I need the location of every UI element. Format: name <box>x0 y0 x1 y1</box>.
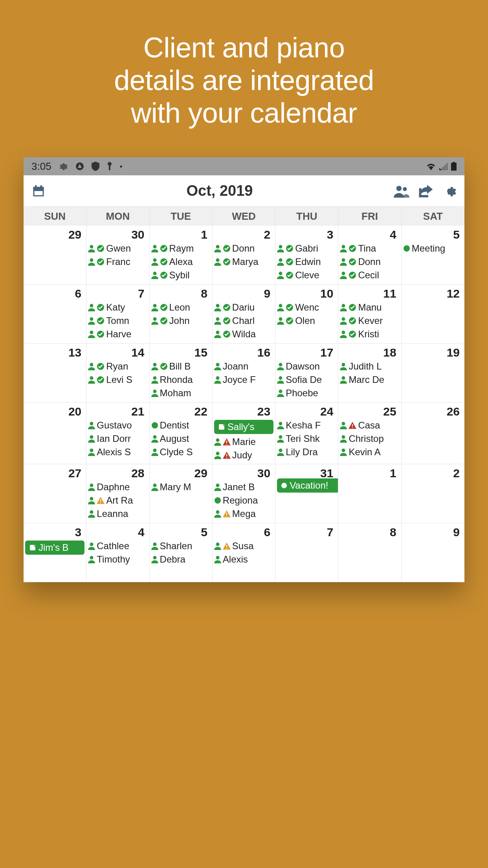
event-item[interactable]: Wenc <box>277 302 336 313</box>
event-item[interactable]: Tina <box>340 243 399 254</box>
event-item[interactable]: Teri Shk <box>277 433 336 444</box>
event-item[interactable]: Charl <box>214 315 273 326</box>
day-cell[interactable]: 16JoannJoyce F <box>213 344 275 403</box>
event-item[interactable]: Judy <box>214 450 273 461</box>
day-cell[interactable]: 31Vacation! <box>275 464 338 523</box>
app-title[interactable]: Oct, 2019 <box>46 182 394 199</box>
event-item[interactable]: Timothy <box>88 554 147 565</box>
day-cell[interactable]: 5Meeting <box>402 226 464 285</box>
event-item[interactable]: Donn <box>214 243 273 254</box>
event-item[interactable]: Clyde S <box>151 447 211 458</box>
day-cell[interactable]: 8 <box>338 523 401 582</box>
day-cell[interactable]: 27 <box>24 464 86 523</box>
day-cell[interactable]: 23Sally'sMarieJudy <box>213 403 275 464</box>
day-cell[interactable]: 9DariuCharlWilda <box>213 285 275 344</box>
event-item[interactable]: Sybil <box>151 270 211 281</box>
event-item[interactable]: John <box>151 315 211 326</box>
day-cell[interactable]: 5SharlenDebra <box>150 523 213 582</box>
event-item[interactable]: August <box>151 433 211 444</box>
event-item[interactable]: Kesha F <box>277 420 336 431</box>
event-item[interactable]: Leon <box>151 302 211 313</box>
event-item[interactable]: Gabri <box>277 243 336 254</box>
day-cell[interactable]: 3Jim's B <box>24 523 86 582</box>
event-item[interactable]: Janet B <box>214 482 273 493</box>
day-cell[interactable]: 18Judith LMarc De <box>338 344 401 403</box>
event-item[interactable]: Cecil <box>340 270 399 281</box>
event-item[interactable]: Manu <box>340 302 399 313</box>
event-item[interactable]: Moham <box>151 388 211 399</box>
day-cell[interactable]: 12 <box>402 285 464 344</box>
day-cell[interactable]: 17DawsonSofia DePhoebe <box>275 344 338 403</box>
event-item[interactable]: Meeting <box>403 243 463 254</box>
event-item[interactable]: Sofia De <box>277 374 336 385</box>
event-item[interactable]: Raym <box>151 243 211 254</box>
event-item[interactable]: Donn <box>340 256 399 267</box>
event-item[interactable]: Kevin A <box>340 447 399 458</box>
event-item[interactable]: Katy <box>88 302 147 313</box>
day-cell[interactable]: 11ManuKeverKristi <box>338 285 401 344</box>
day-cell[interactable]: 21GustavoIan DorrAlexis S <box>86 403 149 464</box>
event-item[interactable]: Franc <box>88 256 147 267</box>
day-cell[interactable]: 7 <box>275 523 338 582</box>
event-banner[interactable]: Jim's B <box>25 541 84 555</box>
day-cell[interactable]: 2DonnMarya <box>213 226 275 285</box>
day-cell[interactable]: 13 <box>24 344 86 403</box>
settings-icon[interactable] <box>442 184 457 198</box>
people-icon[interactable] <box>394 184 409 198</box>
event-banner[interactable]: Sally's <box>214 420 273 434</box>
day-cell[interactable]: 1RaymAlexaSybil <box>150 226 213 285</box>
event-item[interactable]: Tomn <box>88 315 147 326</box>
event-item[interactable]: Rhonda <box>151 374 211 385</box>
day-cell[interactable]: 29 <box>24 226 86 285</box>
day-cell[interactable]: 24Kesha FTeri ShkLily Dra <box>275 403 338 464</box>
day-cell[interactable]: 2 <box>402 464 464 523</box>
event-item[interactable]: Marie <box>214 436 273 447</box>
event-item[interactable]: Ian Dorr <box>88 433 147 444</box>
event-item[interactable]: Casa <box>340 420 399 431</box>
day-cell[interactable]: 7KatyTomnHarve <box>86 285 149 344</box>
day-cell[interactable]: 6SusaAlexis <box>213 523 275 582</box>
event-item[interactable]: Dawson <box>277 361 336 372</box>
event-item[interactable]: Phoebe <box>277 388 336 399</box>
day-cell[interactable]: 9 <box>402 523 464 582</box>
calendar-icon[interactable] <box>31 184 46 198</box>
event-item[interactable]: Kever <box>340 315 399 326</box>
day-cell[interactable]: 4TinaDonnCecil <box>338 226 401 285</box>
day-cell[interactable]: 29Mary M <box>150 464 213 523</box>
day-cell[interactable]: 26 <box>402 403 464 464</box>
day-cell[interactable]: 3GabriEdwinCleve <box>275 226 338 285</box>
event-item[interactable]: Bill B <box>151 361 211 372</box>
day-cell[interactable]: 10WencOlen <box>275 285 338 344</box>
event-item[interactable]: Art Ra <box>88 495 147 506</box>
day-cell[interactable]: 1 <box>338 464 401 523</box>
day-cell[interactable]: 19 <box>402 344 464 403</box>
event-item[interactable]: Cathlee <box>88 541 147 552</box>
day-cell[interactable]: 6 <box>24 285 86 344</box>
event-item[interactable]: Mega <box>214 508 273 519</box>
event-item[interactable]: Susa <box>214 541 273 552</box>
event-item[interactable]: Alexa <box>151 256 211 267</box>
event-item[interactable]: Olen <box>277 315 336 326</box>
event-item[interactable]: Judith L <box>340 361 399 372</box>
event-item[interactable]: Joyce F <box>214 374 273 385</box>
day-cell[interactable]: 30GwenFranc <box>86 226 149 285</box>
event-item[interactable]: Marya <box>214 256 273 267</box>
day-cell[interactable]: 22DentistAugustClyde S <box>150 403 213 464</box>
event-item[interactable]: Dariu <box>214 302 273 313</box>
event-item[interactable]: Debra <box>151 554 211 565</box>
day-cell[interactable]: 30Janet BRegionaMega <box>213 464 275 523</box>
event-item[interactable]: Cleve <box>277 270 336 281</box>
event-item[interactable]: Gwen <box>88 243 147 254</box>
day-cell[interactable]: 20 <box>24 403 86 464</box>
event-item[interactable]: Mary M <box>151 482 211 493</box>
event-item[interactable]: Leanna <box>88 508 147 519</box>
event-item[interactable]: Sharlen <box>151 541 211 552</box>
event-item[interactable]: Lily Dra <box>277 447 336 458</box>
event-item[interactable]: Harve <box>88 329 147 340</box>
event-item[interactable]: Daphne <box>88 482 147 493</box>
event-item[interactable]: Kristi <box>340 329 399 340</box>
day-cell[interactable]: 8LeonJohn <box>150 285 213 344</box>
event-item[interactable]: Regiona <box>214 495 273 506</box>
event-item[interactable]: Ryan <box>88 361 147 372</box>
event-item[interactable]: Joann <box>214 361 273 372</box>
